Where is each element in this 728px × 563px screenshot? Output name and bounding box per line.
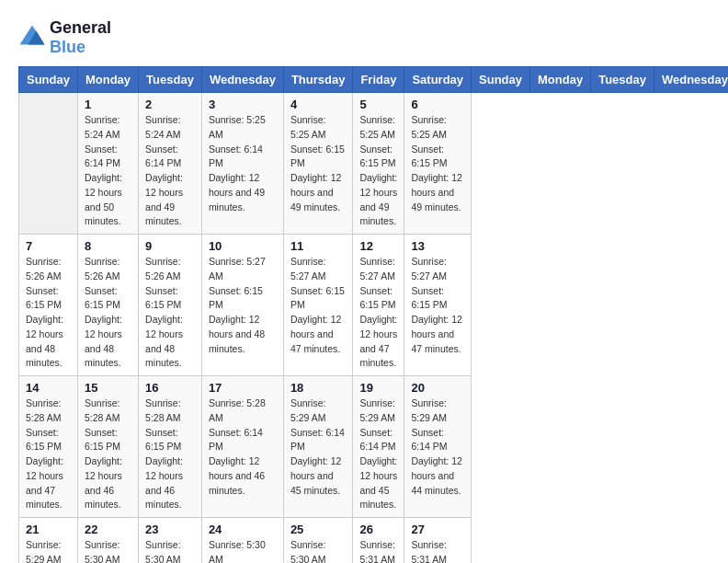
day-info: Sunrise: 5:25 AMSunset: 6:15 PMDaylight:… — [411, 113, 464, 214]
day-number: 8 — [85, 239, 131, 253]
day-number: 15 — [85, 381, 131, 395]
day-info: Sunrise: 5:31 AMSunset: 6:13 PMDaylight:… — [411, 538, 464, 563]
header-wednesday: Wednesday — [201, 67, 283, 93]
day-number: 1 — [85, 98, 131, 111]
page-header: General Blue — [18, 18, 710, 57]
day-number: 24 — [209, 523, 277, 536]
logo-icon — [18, 24, 46, 52]
day-info: Sunrise: 5:27 AMSunset: 6:15 PMDaylight:… — [359, 255, 397, 371]
col-header-monday: Monday — [530, 67, 591, 93]
week-row-4: 21Sunrise: 5:29 AMSunset: 6:14 PMDayligh… — [19, 518, 729, 564]
day-cell: 23Sunrise: 5:30 AMSunset: 6:14 PMDayligh… — [139, 518, 202, 564]
day-info: Sunrise: 5:24 AMSunset: 6:14 PMDaylight:… — [85, 113, 131, 229]
day-cell: 6Sunrise: 5:25 AMSunset: 6:15 PMDaylight… — [404, 93, 472, 235]
day-cell: 7Sunrise: 5:26 AMSunset: 6:15 PMDaylight… — [19, 235, 78, 376]
day-number: 27 — [411, 523, 464, 536]
day-cell: 18Sunrise: 5:29 AMSunset: 6:14 PMDayligh… — [283, 376, 353, 518]
day-cell: 27Sunrise: 5:31 AMSunset: 6:13 PMDayligh… — [404, 518, 472, 564]
header-sunday: Sunday — [19, 67, 78, 93]
day-cell: 8Sunrise: 5:26 AMSunset: 6:15 PMDaylight… — [77, 235, 138, 376]
header-tuesday: Tuesday — [139, 67, 202, 93]
logo-text: General Blue — [50, 18, 111, 57]
day-cell: 24Sunrise: 5:30 AMSunset: 6:13 PMDayligh… — [201, 518, 283, 564]
day-cell: 19Sunrise: 5:29 AMSunset: 6:14 PMDayligh… — [353, 376, 404, 518]
day-number: 9 — [145, 239, 195, 253]
day-cell: 20Sunrise: 5:29 AMSunset: 6:14 PMDayligh… — [404, 376, 472, 518]
day-info: Sunrise: 5:30 AMSunset: 6:14 PMDaylight:… — [145, 538, 195, 563]
col-header-tuesday: Tuesday — [591, 67, 654, 93]
day-number: 21 — [26, 523, 71, 536]
day-number: 23 — [145, 523, 195, 536]
day-number: 20 — [411, 381, 464, 395]
calendar-header-row: SundayMondayTuesdayWednesdayThursdayFrid… — [19, 67, 729, 93]
logo: General Blue — [18, 18, 111, 57]
day-info: Sunrise: 5:26 AMSunset: 6:15 PMDaylight:… — [85, 255, 131, 371]
calendar-table: SundayMondayTuesdayWednesdayThursdayFrid… — [18, 66, 728, 563]
day-number: 11 — [290, 239, 347, 253]
day-number: 13 — [411, 239, 464, 253]
header-saturday: Saturday — [404, 67, 472, 93]
day-info: Sunrise: 5:27 AMSunset: 6:15 PMDaylight:… — [411, 255, 464, 356]
day-number: 4 — [290, 98, 347, 111]
day-cell: 9Sunrise: 5:26 AMSunset: 6:15 PMDaylight… — [139, 235, 202, 376]
day-info: Sunrise: 5:25 AMSunset: 6:14 PMDaylight:… — [209, 113, 277, 214]
day-cell: 21Sunrise: 5:29 AMSunset: 6:14 PMDayligh… — [19, 518, 78, 564]
header-monday: Monday — [77, 67, 138, 93]
day-info: Sunrise: 5:28 AMSunset: 6:15 PMDaylight:… — [26, 396, 71, 512]
day-info: Sunrise: 5:29 AMSunset: 6:14 PMDaylight:… — [359, 396, 397, 512]
day-info: Sunrise: 5:30 AMSunset: 6:13 PMDaylight:… — [290, 538, 347, 563]
week-row-3: 14Sunrise: 5:28 AMSunset: 6:15 PMDayligh… — [19, 376, 729, 518]
day-number: 3 — [209, 98, 277, 111]
day-number: 14 — [26, 381, 71, 395]
day-number: 7 — [26, 239, 71, 253]
day-info: Sunrise: 5:29 AMSunset: 6:14 PMDaylight:… — [290, 396, 347, 498]
week-row-2: 7Sunrise: 5:26 AMSunset: 6:15 PMDaylight… — [19, 235, 729, 376]
day-number: 10 — [209, 239, 277, 253]
day-cell: 25Sunrise: 5:30 AMSunset: 6:13 PMDayligh… — [283, 518, 353, 564]
day-info: Sunrise: 5:31 AMSunset: 6:13 PMDaylight:… — [359, 538, 397, 563]
day-number: 5 — [359, 98, 397, 111]
day-info: Sunrise: 5:27 AMSunset: 6:15 PMDaylight:… — [209, 255, 277, 356]
day-cell: 3Sunrise: 5:25 AMSunset: 6:14 PMDaylight… — [201, 93, 283, 235]
day-info: Sunrise: 5:28 AMSunset: 6:15 PMDaylight:… — [85, 396, 131, 512]
day-info: Sunrise: 5:24 AMSunset: 6:14 PMDaylight:… — [145, 113, 195, 229]
day-info: Sunrise: 5:26 AMSunset: 6:15 PMDaylight:… — [145, 255, 195, 371]
week-row-1: 1Sunrise: 5:24 AMSunset: 6:14 PMDaylight… — [19, 93, 729, 235]
day-cell: 26Sunrise: 5:31 AMSunset: 6:13 PMDayligh… — [353, 518, 404, 564]
day-cell: 4Sunrise: 5:25 AMSunset: 6:15 PMDaylight… — [283, 93, 353, 235]
header-thursday: Thursday — [283, 67, 353, 93]
day-info: Sunrise: 5:25 AMSunset: 6:15 PMDaylight:… — [359, 113, 397, 229]
day-info: Sunrise: 5:27 AMSunset: 6:15 PMDaylight:… — [290, 255, 347, 356]
day-info: Sunrise: 5:25 AMSunset: 6:15 PMDaylight:… — [290, 113, 347, 214]
day-cell: 14Sunrise: 5:28 AMSunset: 6:15 PMDayligh… — [19, 376, 78, 518]
day-cell: 15Sunrise: 5:28 AMSunset: 6:15 PMDayligh… — [77, 376, 138, 518]
day-number: 18 — [290, 381, 347, 395]
day-cell: 17Sunrise: 5:28 AMSunset: 6:14 PMDayligh… — [201, 376, 283, 518]
day-number: 6 — [411, 98, 464, 111]
day-cell — [19, 93, 78, 235]
day-number: 25 — [290, 523, 347, 536]
day-cell: 2Sunrise: 5:24 AMSunset: 6:14 PMDaylight… — [139, 93, 202, 235]
day-info: Sunrise: 5:28 AMSunset: 6:14 PMDaylight:… — [209, 396, 277, 498]
day-number: 12 — [359, 239, 397, 253]
day-number: 17 — [209, 381, 277, 395]
col-header-sunday: Sunday — [472, 67, 530, 93]
day-info: Sunrise: 5:29 AMSunset: 6:14 PMDaylight:… — [26, 538, 71, 563]
day-number: 26 — [359, 523, 397, 536]
day-number: 2 — [145, 98, 195, 111]
day-info: Sunrise: 5:30 AMSunset: 6:14 PMDaylight:… — [85, 538, 131, 563]
day-cell: 16Sunrise: 5:28 AMSunset: 6:15 PMDayligh… — [139, 376, 202, 518]
day-cell: 10Sunrise: 5:27 AMSunset: 6:15 PMDayligh… — [201, 235, 283, 376]
day-cell: 12Sunrise: 5:27 AMSunset: 6:15 PMDayligh… — [353, 235, 404, 376]
day-info: Sunrise: 5:28 AMSunset: 6:15 PMDaylight:… — [145, 396, 195, 512]
day-cell: 11Sunrise: 5:27 AMSunset: 6:15 PMDayligh… — [283, 235, 353, 376]
day-cell: 22Sunrise: 5:30 AMSunset: 6:14 PMDayligh… — [77, 518, 138, 564]
day-number: 22 — [85, 523, 131, 536]
day-info: Sunrise: 5:30 AMSunset: 6:13 PMDaylight:… — [209, 538, 277, 563]
day-number: 16 — [145, 381, 195, 395]
day-info: Sunrise: 5:29 AMSunset: 6:14 PMDaylight:… — [411, 396, 464, 498]
day-cell: 5Sunrise: 5:25 AMSunset: 6:15 PMDaylight… — [353, 93, 404, 235]
day-cell: 1Sunrise: 5:24 AMSunset: 6:14 PMDaylight… — [77, 93, 138, 235]
day-info: Sunrise: 5:26 AMSunset: 6:15 PMDaylight:… — [26, 255, 71, 371]
header-friday: Friday — [353, 67, 404, 93]
